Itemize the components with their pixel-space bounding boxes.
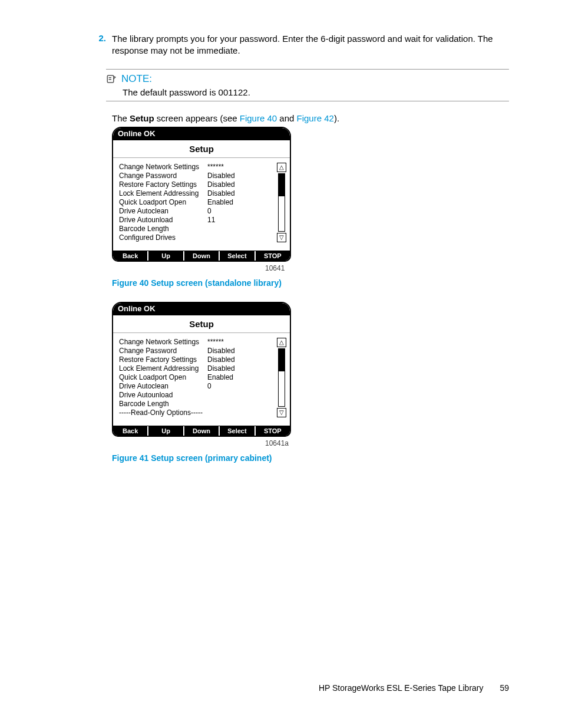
setting-labels: Change Network Settings Change Password … [119, 338, 207, 417]
setting-value: Enabled [207, 198, 254, 207]
up-button[interactable]: Up [148, 251, 184, 261]
scroll-down-icon[interactable]: ▽ [277, 233, 286, 242]
setting-value: Disabled [207, 355, 254, 364]
setting-label: Configured Drives [119, 233, 207, 242]
scroll-thumb[interactable] [279, 349, 285, 372]
device-title: Setup [113, 140, 290, 158]
setting-label: Drive Autoclean [119, 382, 207, 391]
figure-caption: Figure 40 Setup screen (standalone libra… [112, 278, 509, 288]
setting-value: ****** [207, 338, 254, 347]
select-button[interactable]: Select [220, 426, 255, 436]
page-footer: HP StorageWorks ESL E-Series Tape Librar… [319, 683, 509, 693]
setting-label: Change Network Settings [119, 338, 207, 347]
setting-value: Disabled [207, 189, 254, 198]
text-bold: Setup [130, 113, 154, 123]
setting-label: Drive Autounload [119, 391, 207, 400]
setting-label: Change Password [119, 172, 207, 180]
setting-value: Enabled [207, 373, 254, 382]
select-button[interactable]: Select [220, 251, 255, 261]
note-text: The default password is 001122. [123, 87, 509, 97]
scroll-track[interactable] [278, 348, 285, 407]
setting-value: ****** [207, 163, 254, 172]
setting-label: Restore Factory Settings [119, 355, 207, 364]
text: ). [334, 113, 339, 123]
stop-button[interactable]: STOP [256, 251, 290, 261]
setting-values: ****** Disabled Disabled Disabled Enable… [207, 338, 254, 417]
step-text: The library prompts you for your passwor… [112, 33, 509, 57]
down-button[interactable]: Down [184, 426, 220, 436]
setting-label: Change Network Settings [119, 163, 207, 172]
setup-screen-standalone: Online OK Setup Change Network Settings … [112, 127, 291, 262]
figure-id: 10641a [265, 439, 509, 447]
back-button[interactable]: Back [113, 251, 148, 261]
setting-label: Restore Factory Settings [119, 180, 207, 189]
step-number: 2. [88, 33, 106, 43]
up-button[interactable]: Up [148, 426, 184, 436]
device-status: Online OK [113, 128, 290, 140]
figure-caption: Figure 41 Setup screen (primary cabinet) [112, 453, 509, 463]
setting-value: Disabled [207, 347, 254, 355]
setting-value: 0 [207, 382, 254, 391]
page-number: 59 [500, 683, 509, 693]
device-title: Setup [113, 315, 290, 333]
down-button[interactable]: Down [184, 251, 220, 261]
setting-value: 11 [207, 216, 254, 225]
figure-link[interactable]: Figure 42 [297, 113, 334, 123]
setting-label: -----Read-Only Options----- [119, 409, 207, 417]
figure-id: 10641 [265, 264, 509, 272]
setting-value: 0 [207, 207, 254, 216]
setting-label: Quick Loadport Open [119, 198, 207, 207]
setting-label: Lock Element Addressing [119, 189, 207, 198]
divider [106, 101, 509, 101]
setting-label: Change Password [119, 347, 207, 355]
back-button[interactable]: Back [113, 426, 148, 436]
setting-label: Barcode Length [119, 400, 207, 409]
setting-label: Barcode Length [119, 225, 207, 233]
setting-value: Disabled [207, 180, 254, 189]
device-status: Online OK [113, 303, 290, 315]
text: screen appears (see [154, 113, 240, 123]
scroll-up-icon[interactable]: △ [277, 163, 286, 172]
divider [106, 69, 509, 70]
note-label: NOTE: [121, 73, 152, 85]
setting-labels: Change Network Settings Change Password … [119, 163, 207, 242]
footer-title: HP StorageWorks ESL E-Series Tape Librar… [319, 683, 484, 693]
setting-value: Disabled [207, 364, 254, 373]
scroll-thumb[interactable] [279, 174, 285, 197]
setting-value: Disabled [207, 172, 254, 180]
text: and [277, 113, 296, 123]
setting-label: Lock Element Addressing [119, 364, 207, 373]
scroll-track[interactable] [278, 173, 285, 232]
note-icon [106, 74, 117, 84]
setup-sentence: The Setup screen appears (see Figure 40 … [112, 113, 509, 123]
setting-values: ****** Disabled Disabled Disabled Enable… [207, 163, 254, 242]
setup-screen-primary: Online OK Setup Change Network Settings … [112, 302, 291, 437]
setting-label: Drive Autoclean [119, 207, 207, 216]
scroll-down-icon[interactable]: ▽ [277, 408, 286, 417]
text: The [112, 113, 130, 123]
stop-button[interactable]: STOP [256, 426, 290, 436]
setting-label: Quick Loadport Open [119, 373, 207, 382]
scroll-up-icon[interactable]: △ [277, 338, 286, 347]
setting-label: Drive Autounload [119, 216, 207, 225]
figure-link[interactable]: Figure 40 [240, 113, 277, 123]
